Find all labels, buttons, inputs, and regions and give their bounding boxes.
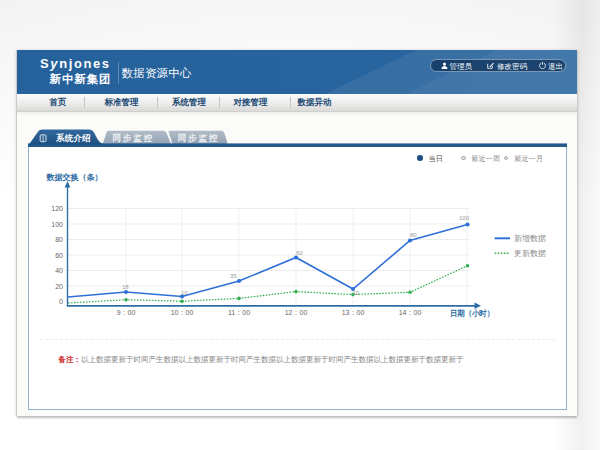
svg-text:35: 35 xyxy=(230,273,237,279)
svg-text:40: 40 xyxy=(55,267,63,274)
svg-text:11：00: 11：00 xyxy=(228,309,250,316)
svg-text:14：00: 14：00 xyxy=(399,309,422,316)
svg-text:10: 10 xyxy=(181,290,188,296)
svg-text:12：00: 12：00 xyxy=(285,309,308,316)
svg-text:10: 10 xyxy=(353,290,360,296)
svg-text:100: 100 xyxy=(51,221,63,228)
svg-text:0: 0 xyxy=(59,298,63,305)
svg-text:13：00: 13：00 xyxy=(342,309,365,316)
svg-text:更新数据: 更新数据 xyxy=(514,249,546,258)
svg-text:日期（小时）: 日期（小时） xyxy=(450,309,494,318)
svg-text:120: 120 xyxy=(51,205,63,212)
svg-text:80: 80 xyxy=(55,236,63,243)
svg-text:10：00: 10：00 xyxy=(171,309,194,316)
svg-text:同步监控: 同步监控 xyxy=(178,133,220,143)
svg-text:60: 60 xyxy=(296,250,303,256)
svg-text:系统介绍: 系统介绍 xyxy=(55,133,91,143)
svg-text:80: 80 xyxy=(410,232,417,238)
svg-text:18: 18 xyxy=(122,284,129,290)
svg-text:60: 60 xyxy=(55,252,63,259)
svg-text:9：00: 9：00 xyxy=(117,309,136,316)
svg-text:同步监控: 同步监控 xyxy=(112,133,154,143)
svg-text:20: 20 xyxy=(55,283,63,290)
svg-text:新增数据: 新增数据 xyxy=(514,234,546,243)
svg-text:100: 100 xyxy=(459,215,470,221)
